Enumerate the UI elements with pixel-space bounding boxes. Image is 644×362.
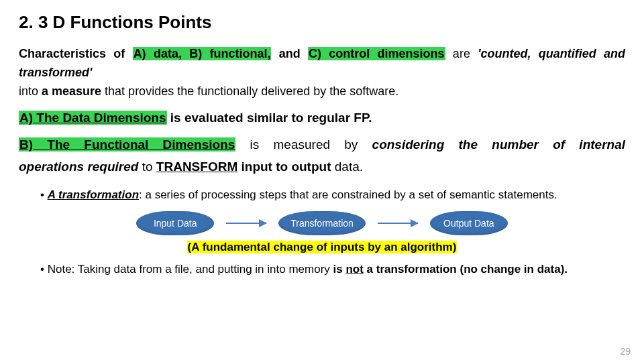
caption-text: (A fundamental change of inputs by an al…: [187, 241, 458, 253]
intro-paragraph: Characteristics of A) data, B) functiona…: [19, 45, 625, 101]
section-b-l2a: operations required: [19, 160, 138, 174]
node-transformation: Transformation: [278, 211, 366, 235]
intro-line2a: into: [19, 84, 42, 98]
section-b-rest1: is measured by: [235, 137, 372, 152]
bullet1-rest: : a series of processing steps that are …: [139, 188, 557, 201]
flow-diagram: Input Data Transformation Output Data: [19, 211, 625, 235]
slide: 2. 3 D Functions Points Characteristics …: [0, 0, 644, 362]
intro-line2c: that provides the functionally delivered…: [101, 84, 398, 98]
bullet-transformation: A transformation: a series of processing…: [40, 186, 625, 204]
intro-highlight-2: C) control dimensions: [308, 47, 445, 60]
node-input: Input Data: [136, 211, 214, 235]
bullet2-not: not: [345, 263, 363, 276]
intro-highlight-1: A) data, B) functional,: [133, 47, 272, 60]
section-a-rest: is evaluated similar to regular FP.: [167, 111, 372, 125]
intro-lead: Characteristics of: [19, 47, 133, 60]
section-b-label: B) The Functional Dimensions: [19, 137, 235, 152]
slide-title: 2. 3 D Functions Points: [19, 12, 625, 33]
intro-line2b: a measure: [42, 84, 101, 98]
section-b-line1: B) The Functional Dimensions is measured…: [19, 135, 625, 154]
section-b-l2b: to: [138, 160, 156, 174]
bullet2-strong1: is: [333, 263, 346, 276]
intro-mid: and: [271, 47, 308, 60]
section-a: A) The Data Dimensions is evaluated simi…: [19, 111, 625, 125]
bullet1-lead: A transformation: [48, 188, 139, 201]
section-b-l2e: data.: [331, 160, 364, 174]
section-a-label: A) The Data Dimensions: [19, 111, 167, 125]
arrow-icon: [226, 223, 266, 224]
section-b-line2: operations required to TRANSFORM input t…: [19, 157, 625, 176]
section-b-l2d: input to output: [237, 160, 331, 174]
section-b-em: considering the number of internal: [372, 137, 625, 152]
bullet2-lead: Note: Taking data from a file, and putti…: [48, 263, 333, 276]
arrow-icon: [378, 223, 418, 224]
bullet2-strong2: a transformation (no change in data).: [364, 263, 568, 276]
page-number: 29: [620, 346, 631, 357]
diagram-caption: (A fundamental change of inputs by an al…: [19, 241, 625, 254]
intro-tail1: are: [445, 47, 478, 60]
bullet-note: Note: Taking data from a file, and putti…: [40, 261, 625, 278]
section-b-l2c: TRANSFORM: [156, 160, 237, 174]
node-output: Output Data: [430, 211, 508, 235]
